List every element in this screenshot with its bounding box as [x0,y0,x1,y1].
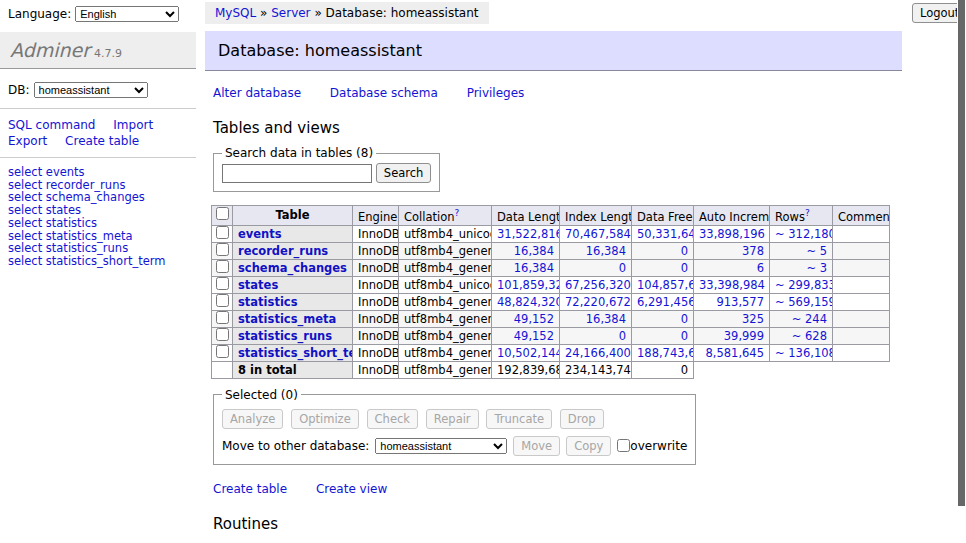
table-link[interactable]: states [238,278,278,292]
optimize-button[interactable]: Optimize [291,409,359,429]
row-checkbox[interactable] [216,328,229,341]
create-view-link[interactable]: Create view [316,482,387,496]
sidebar-item-export[interactable]: Export [8,134,47,148]
engine-cell: InnoDB [353,344,399,361]
col-header-table: Table [233,206,353,226]
auto-increment-cell: 325 [694,310,770,327]
data-free-cell: 50,331,648 [632,225,694,242]
sidebar-item-select-events[interactable]: select events [8,166,188,179]
overwrite-checkbox[interactable] [617,439,630,452]
row-checkbox[interactable] [216,294,229,307]
data-length-cell: 10,502,144 [492,344,560,361]
index-length-cell: 70,467,584 [560,225,632,242]
auto-increment-cell: 33,398,984 [694,276,770,293]
data-free-cell: 0 [632,242,694,259]
sidebar-table-links: select events select recorder_runs selec… [0,158,196,276]
sidebar-item-import[interactable]: Import [113,118,153,132]
auto-increment-cell: 33,898,196 [694,225,770,242]
tables-list: Table Engine? Collation? Data Length? In… [211,205,890,379]
sidebar-item-select-statistics[interactable]: select statistics [8,217,188,230]
table-link[interactable]: statistics [238,295,298,309]
index-length-total: 234,143,744 [560,361,632,378]
alter-database-link[interactable]: Alter database [213,86,301,100]
data-free-cell: 104,857,600 [632,276,694,293]
sidebar: Language:English Adminer4.7.9 DB:homeass… [0,0,196,276]
database-schema-link[interactable]: Database schema [330,86,438,100]
index-length-cell: 0 [560,327,632,344]
table-link[interactable]: recorder_runs [238,244,328,258]
data-free-cell: 188,743,680 [632,344,694,361]
repair-button[interactable]: Repair [426,409,479,429]
scrollbar-thumb[interactable] [958,0,965,506]
data-free-cell: 0 [632,259,694,276]
rows-help-link[interactable]: ? [805,208,810,218]
table-link[interactable]: statistics_short_term [238,346,353,360]
engine-cell: InnoDB [353,225,399,242]
table-link[interactable]: events [238,227,282,241]
comment-cell [833,225,890,242]
analyze-button[interactable]: Analyze [222,409,283,429]
move-button[interactable]: Move [513,436,560,456]
data-free-cell: 0 [632,310,694,327]
engine-cell: InnoDB [353,327,399,344]
auto-increment-cell: 39,999 [694,327,770,344]
select-all-checkbox[interactable] [216,207,229,220]
adminer-page: Language:English Adminer4.7.9 DB:homeass… [0,0,966,543]
language-select[interactable]: English [75,6,179,22]
sidebar-item-select-states[interactable]: select states [8,204,188,217]
privileges-link[interactable]: Privileges [467,86,525,100]
breadcrumb-server-link[interactable]: Server [271,6,310,20]
table-row: statistics_runs InnoDB utf8mb4_general_c… [212,327,890,344]
search-input[interactable] [222,164,372,183]
overwrite-label: overwrite [630,439,687,453]
index-length-cell: 0 [560,259,632,276]
collation-cell: utf8mb4_unicode_ci [399,276,492,293]
row-checkbox[interactable] [216,277,229,290]
drop-button[interactable]: Drop [560,409,604,429]
sidebar-item-select-statistics-short-term[interactable]: select statistics_short_term [8,255,188,268]
data-length-cell: 31,522,816 [492,225,560,242]
collation-cell: utf8mb4_general_ci [399,259,492,276]
breadcrumb-mysql-link[interactable]: MySQL [215,6,256,20]
search-button[interactable]: Search [376,163,432,183]
truncate-button[interactable]: Truncate [486,409,552,429]
move-db-select[interactable]: homeassistant [375,438,507,454]
rows-cell: ~ 569,159 [770,293,833,310]
engine-cell: InnoDB [353,242,399,259]
copy-button[interactable]: Copy [566,436,611,456]
col-header-data-length: Data Length? [492,206,560,226]
create-table-link[interactable]: Create table [213,482,287,496]
index-length-cell: 67,256,320 [560,276,632,293]
table-link[interactable]: schema_changes [238,261,347,275]
engine-cell: InnoDB [353,276,399,293]
table-link[interactable]: statistics_runs [238,329,332,343]
move-label: Move to other database: [222,439,369,453]
bulk-actions: Analyze Optimize Check Repair Truncate D… [222,409,687,429]
row-checkbox[interactable] [216,260,229,273]
collation-help-link[interactable]: ? [455,208,460,218]
row-checkbox[interactable] [216,243,229,256]
comment-cell [833,242,890,259]
data-length-total: 192,839,680 [492,361,560,378]
breadcrumb-separator: » [260,6,267,20]
breadcrumb-current: Database: homeassistant [326,6,479,20]
col-header-engine: Engine? [353,206,399,226]
table-header-row: Table Engine? Collation? Data Length? In… [212,206,890,226]
rows-cell: ~ 3 [770,259,833,276]
comment-cell [833,344,890,361]
rows-cell: ~ 299,833 [770,276,833,293]
check-button[interactable]: Check [367,409,418,429]
table-link[interactable]: statistics_meta [238,312,336,326]
row-checkbox[interactable] [216,226,229,239]
row-checkbox[interactable] [216,311,229,324]
data-free-total: 0 [632,361,694,378]
row-checkbox[interactable] [216,345,229,358]
index-length-cell: 24,166,400 [560,344,632,361]
breadcrumb-separator: » [314,6,321,20]
db-select[interactable]: homeassistant [34,82,148,98]
sidebar-item-create-table[interactable]: Create table [65,134,139,148]
sidebar-item-sql-command[interactable]: SQL command [8,118,95,132]
rows-cell: ~ 312,180 [770,225,833,242]
page-title: Database: homeassistant [205,31,902,71]
vertical-scrollbar[interactable] [957,0,966,543]
